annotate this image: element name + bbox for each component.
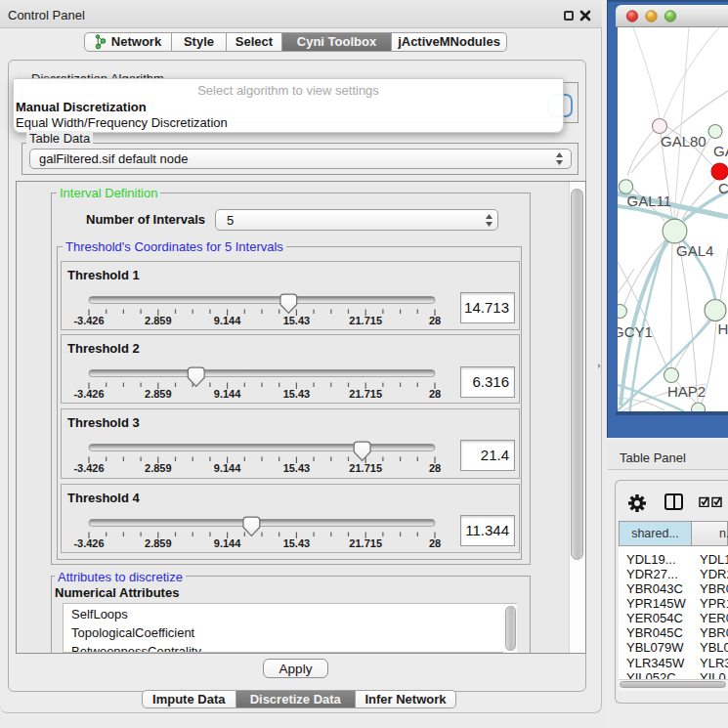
svg-text:21.715: 21.715: [349, 537, 382, 549]
svg-text:2.859: 2.859: [145, 462, 172, 474]
svg-text:9.144: 9.144: [214, 315, 241, 326]
svg-text:15.43: 15.43: [283, 388, 311, 400]
svg-text:28: 28: [429, 315, 441, 326]
svg-text:9.144: 9.144: [214, 462, 241, 474]
svg-text:28: 28: [429, 537, 441, 549]
svg-text:GAL1: GAL1: [713, 143, 728, 159]
svg-text:15.43: 15.43: [283, 315, 311, 326]
svg-text:-3.426: -3.426: [73, 315, 104, 326]
svg-text:9.144: 9.144: [214, 388, 241, 400]
svg-text:21.715: 21.715: [349, 388, 382, 400]
svg-text:15.43: 15.43: [283, 462, 311, 474]
svg-text:2.859: 2.859: [145, 388, 172, 400]
svg-text:28: 28: [429, 462, 441, 474]
svg-text:CD: CD: [718, 180, 728, 196]
svg-text:HAP2: HAP2: [667, 383, 706, 400]
svg-text:9.144: 9.144: [214, 537, 241, 549]
svg-text:HA: HA: [718, 321, 728, 337]
svg-text:2.859: 2.859: [145, 537, 172, 549]
svg-text:-3.426: -3.426: [73, 462, 104, 474]
svg-text:15.43: 15.43: [283, 537, 311, 549]
svg-text:-3.426: -3.426: [73, 537, 104, 549]
svg-text:-3.426: -3.426: [73, 388, 104, 400]
svg-text:GCY1: GCY1: [618, 323, 653, 340]
svg-text:2.859: 2.859: [145, 315, 172, 326]
svg-text:GAL11: GAL11: [627, 193, 672, 209]
svg-text:GAL4: GAL4: [676, 242, 713, 259]
svg-text:28: 28: [429, 388, 441, 400]
svg-text:21.715: 21.715: [349, 315, 382, 326]
svg-text:21.715: 21.715: [349, 462, 382, 474]
svg-text:GAL80: GAL80: [661, 133, 707, 150]
